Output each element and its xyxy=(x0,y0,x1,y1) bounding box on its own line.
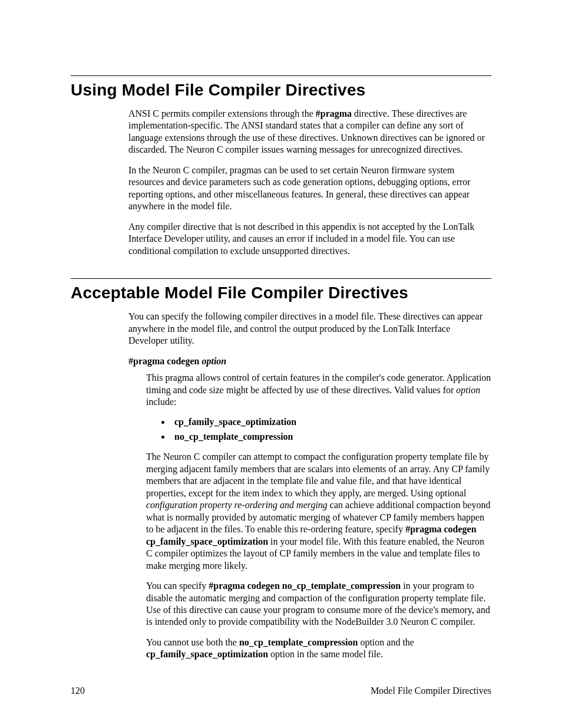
footer-label: Model File Compiler Directives xyxy=(371,686,491,696)
opt-cp-family: cp_family_space_optimization xyxy=(146,649,268,659)
para-any-directive: Any compiler directive that is not descr… xyxy=(128,221,491,257)
text: This pragma allows control of certain fe… xyxy=(146,373,491,394)
text: include: xyxy=(146,397,177,407)
text: option and the xyxy=(358,637,414,647)
pragma-no-cp: #pragma codegen no_cp_template_compressi… xyxy=(209,581,401,591)
page-footer: 120 Model File Compiler Directives xyxy=(71,686,491,696)
phrase-reorder: configuration property re-ordering and m… xyxy=(146,500,328,510)
option-no-cp: no_cp_template_compression xyxy=(174,431,293,442)
para-neuron-compact: The Neuron C compiler can attempt to com… xyxy=(146,451,491,572)
list-item: no_cp_template_compression xyxy=(171,431,491,443)
para-specify: You can specify the following compiler d… xyxy=(128,311,491,347)
list-item: cp_family_space_optimization xyxy=(171,416,491,428)
text: option in the same model file. xyxy=(268,649,383,659)
para-ansi: ANSI C permits compiler extensions throu… xyxy=(128,108,491,156)
text: The Neuron C compiler can attempt to com… xyxy=(146,452,490,498)
text: You cannot use both the xyxy=(146,637,239,647)
heading-acceptable: Acceptable Model File Compiler Directive… xyxy=(71,284,491,302)
body-using: ANSI C permits compiler extensions throu… xyxy=(128,108,491,257)
keyword-pragma: #pragma xyxy=(316,108,352,118)
option-word: option xyxy=(456,385,480,395)
para-neuron: In the Neuron C compiler, pragmas can be… xyxy=(128,164,491,213)
section-acceptable-directives: Acceptable Model File Compiler Directive… xyxy=(71,278,491,661)
text: You can specify xyxy=(146,581,209,591)
para-cannot-both: You cannot use both the no_cp_template_c… xyxy=(146,637,491,661)
page: Using Model File Compiler Directives ANS… xyxy=(0,0,562,728)
opt-no-cp: no_cp_template_compression xyxy=(239,637,358,647)
heading-using: Using Model File Compiler Directives xyxy=(71,81,491,100)
text: ANSI C permits compiler extensions throu… xyxy=(128,108,316,118)
para-specify-nocp: You can specify #pragma codegen no_cp_te… xyxy=(146,580,491,628)
body-acceptable: You can specify the following compiler d… xyxy=(128,311,491,661)
page-number: 120 xyxy=(71,686,85,696)
directive-codegen: #pragma codegen option xyxy=(128,355,491,367)
option-list: cp_family_space_optimization no_cp_templ… xyxy=(128,416,491,443)
directive-name: #pragma codegen xyxy=(128,356,199,366)
option-cp-family: cp_family_space_optimization xyxy=(174,417,296,427)
para-this-pragma: This pragma allows control of certain fe… xyxy=(146,372,491,408)
section-using-directives: Using Model File Compiler Directives ANS… xyxy=(71,75,491,257)
directive-arg: option xyxy=(199,356,226,366)
